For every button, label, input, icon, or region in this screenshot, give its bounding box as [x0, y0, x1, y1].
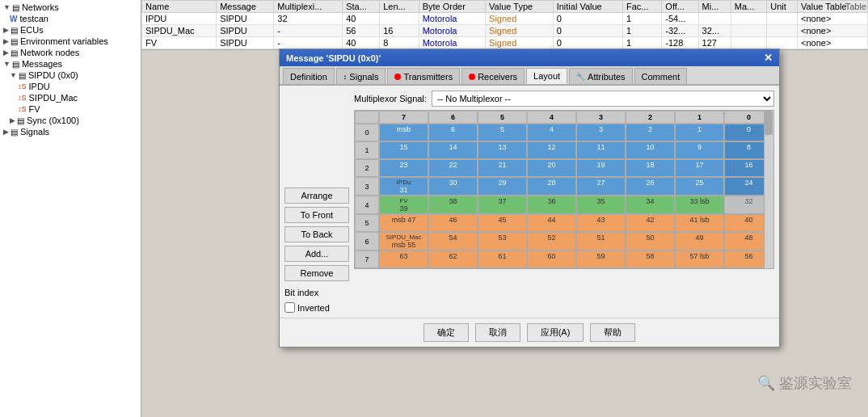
grid-cell[interactable]: 15	[379, 141, 428, 159]
grid-cell[interactable]: 35	[576, 196, 626, 214]
sidebar-item-ecus[interactable]: ▶ ▤ ECUs	[0, 24, 141, 36]
col-offset[interactable]: Off...	[662, 1, 698, 13]
grid-cell[interactable]: 9	[675, 141, 724, 159]
arrange-button[interactable]: Arrange	[284, 187, 349, 204]
col-initial-value[interactable]: Initial Value	[553, 1, 622, 13]
tab-definition[interactable]: Definition	[283, 68, 335, 84]
grid-cell[interactable]: 10	[626, 141, 675, 159]
cancel-button[interactable]: 取消	[475, 323, 520, 342]
grid-cell[interactable]: 14	[428, 141, 478, 159]
grid-cell[interactable]: IPDu31	[379, 177, 428, 196]
grid-cell[interactable]: 54	[428, 232, 478, 251]
grid-cell[interactable]: 25	[675, 177, 724, 196]
grid-cell[interactable]: 12	[527, 141, 576, 159]
table-row[interactable]: FVSIPDU-408MotorolaSigned01-128127<none>	[142, 37, 868, 49]
grid-cell[interactable]: 60	[527, 251, 576, 268]
grid-cell[interactable]: 49	[675, 232, 724, 251]
tab-signals[interactable]: ↕ Signals	[336, 68, 386, 84]
grid-cell[interactable]: 53	[478, 232, 527, 251]
col-length[interactable]: Len...	[380, 1, 419, 13]
col-unit[interactable]: Unit	[767, 1, 798, 13]
grid-cell[interactable]: 11	[576, 141, 626, 159]
tab-layout[interactable]: Layout	[526, 68, 567, 84]
grid-cell[interactable]: FV39	[379, 196, 428, 214]
grid-cell[interactable]: 30	[428, 177, 478, 196]
grid-cell[interactable]: 6	[428, 124, 478, 141]
col-multiplex[interactable]: Multiplexi...	[274, 1, 343, 13]
tab-attributes[interactable]: 🔧 Attributes	[569, 68, 632, 84]
inverted-checkbox[interactable]	[284, 302, 295, 313]
add-button[interactable]: Add...	[284, 246, 349, 262]
col-message[interactable]: Message	[217, 1, 274, 13]
grid-cell[interactable]: 5	[478, 124, 527, 141]
sidebar-item-ipdu[interactable]: ↕S IPDU	[0, 81, 141, 92]
grid-cell[interactable]: 21	[478, 159, 527, 177]
sidebar-item-env-vars[interactable]: ▶ ▤ Environment variables	[0, 36, 141, 47]
grid-cell[interactable]: 22	[428, 159, 478, 177]
grid-cell[interactable]: 41 lsb	[675, 214, 724, 232]
table-row[interactable]: SIPDU_MacSIPDU-5616MotorolaSigned01-32..…	[142, 25, 868, 37]
apply-button[interactable]: 应用(A)	[527, 323, 584, 342]
sidebar-item-fv[interactable]: ↕S FV	[0, 103, 141, 115]
col-byte-order[interactable]: Byte Order	[419, 1, 485, 13]
sidebar-item-sync[interactable]: ▶ ▤ Sync (0x100)	[0, 115, 141, 126]
grid-cell[interactable]: 42	[626, 214, 675, 232]
grid-cell[interactable]: SIPDU_Macmsb 55	[379, 232, 428, 251]
grid-cell[interactable]: 51	[576, 232, 626, 251]
col-value-type[interactable]: Value Type	[486, 1, 554, 13]
grid-cell[interactable]: 1	[675, 124, 724, 141]
grid-cell[interactable]: 13	[478, 141, 527, 159]
grid-cell[interactable]: 28	[527, 177, 576, 196]
grid-cell[interactable]: 17	[675, 159, 724, 177]
grid-cell[interactable]: 3	[576, 124, 626, 141]
sidebar-item-messages[interactable]: ▼ ▤ Messages	[0, 58, 141, 70]
col-name[interactable]: Name	[142, 1, 217, 13]
mux-select[interactable]: -- No Multiplexor --	[432, 91, 774, 107]
grid-cell[interactable]: 37	[478, 196, 527, 214]
scrollbar[interactable]	[764, 111, 773, 268]
grid-cell[interactable]: 36	[527, 196, 576, 214]
grid-cell[interactable]: 26	[626, 177, 675, 196]
grid-cell[interactable]: 45	[478, 214, 527, 232]
grid-cell[interactable]: 2	[626, 124, 675, 141]
grid-cell[interactable]: 43	[576, 214, 626, 232]
grid-cell[interactable]: 18	[626, 159, 675, 177]
grid-cell[interactable]: 59	[576, 251, 626, 268]
to-back-button[interactable]: To Back	[284, 226, 349, 242]
grid-cell[interactable]: 19	[576, 159, 626, 177]
grid-cell[interactable]: 4	[527, 124, 576, 141]
sidebar-item-sipdu[interactable]: ▼ ▤ SIPDU (0x0)	[0, 70, 141, 81]
tab-receivers[interactable]: Receivers	[461, 68, 525, 84]
remove-button[interactable]: Remove	[284, 265, 349, 281]
col-min[interactable]: Mi...	[698, 1, 731, 13]
to-front-button[interactable]: To Front	[284, 207, 349, 223]
grid-cell[interactable]: 20	[527, 159, 576, 177]
grid-cell[interactable]: 27	[576, 177, 626, 196]
grid-cell[interactable]: msb 47	[379, 214, 428, 232]
grid-cell[interactable]: 57 lsb	[675, 251, 724, 268]
scrollbar-thumb[interactable]	[765, 111, 773, 135]
col-start[interactable]: Sta...	[343, 1, 380, 13]
grid-cell[interactable]: 63	[379, 251, 428, 268]
ok-button[interactable]: 确定	[423, 323, 469, 342]
grid-cell[interactable]: 44	[527, 214, 576, 232]
grid-cell[interactable]: 29	[478, 177, 527, 196]
grid-cell[interactable]: 62	[428, 251, 478, 268]
sidebar-item-network-nodes[interactable]: ▶ ▤ Network nodes	[0, 47, 141, 58]
sidebar-item-sipdu-mac[interactable]: ↕S SIPDU_Mac	[0, 92, 141, 103]
grid-cell[interactable]: 23	[379, 159, 428, 177]
grid-cell[interactable]: 34	[626, 196, 675, 214]
help-button[interactable]: 帮助	[590, 323, 635, 342]
dialog-close-button[interactable]: ✕	[764, 53, 773, 63]
col-max[interactable]: Ma...	[731, 1, 766, 13]
sidebar-item-networks[interactable]: ▼ ▤ Networks	[0, 2, 141, 13]
tab-transmitters[interactable]: Transmitters	[387, 68, 460, 84]
grid-cell[interactable]: 50	[626, 232, 675, 251]
grid-cell[interactable]: 46	[428, 214, 478, 232]
grid-cell[interactable]: 52	[527, 232, 576, 251]
tab-comment[interactable]: Comment	[634, 68, 688, 84]
sidebar-item-signals[interactable]: ▶ ▤ Signals	[0, 126, 141, 137]
grid-cell[interactable]: 33 lsb	[675, 196, 724, 214]
col-factor[interactable]: Fac...	[622, 1, 661, 13]
grid-cell[interactable]: 38	[428, 196, 478, 214]
